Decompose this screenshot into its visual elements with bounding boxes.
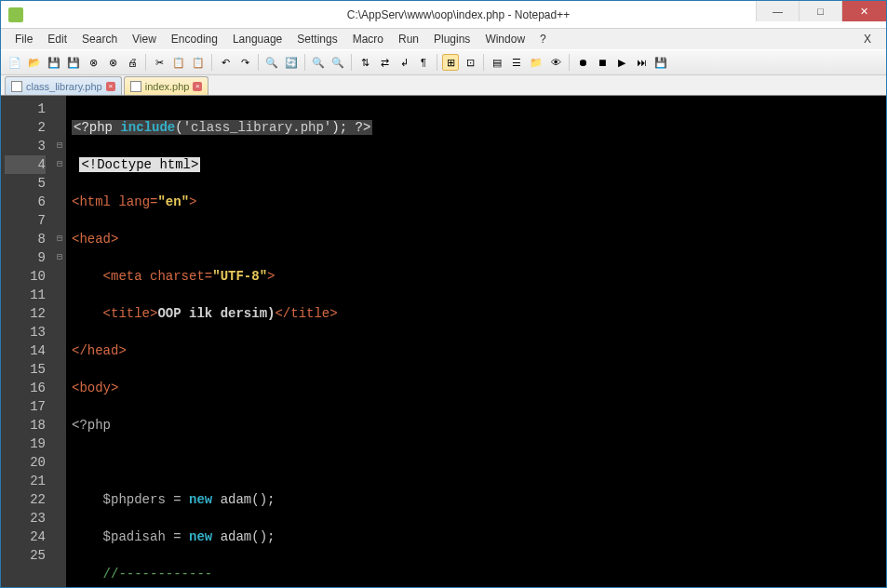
titlebar[interactable]: C:\AppServ\www\oop\index.php - Notepad++… xyxy=(1,1,886,29)
close-file-icon[interactable]: ⊗ xyxy=(85,54,101,71)
code-line: <body> xyxy=(72,379,886,397)
line-number: 15 xyxy=(5,360,46,379)
menu-view[interactable]: View xyxy=(126,31,163,47)
line-number: 3 xyxy=(5,137,46,155)
fold-icon[interactable]: ⊟ xyxy=(53,248,66,267)
play-multi-icon[interactable]: ⏭ xyxy=(633,54,650,71)
tab-close-icon[interactable]: × xyxy=(106,82,115,91)
line-number: 23 xyxy=(5,509,46,528)
open-file-icon[interactable]: 📂 xyxy=(26,54,43,71)
code-line: </head> xyxy=(72,341,886,360)
tabbar: class_library.php × index.php × xyxy=(1,75,886,96)
zoom-out-icon[interactable]: 🔍 xyxy=(329,54,346,71)
line-number: 10 xyxy=(5,267,46,286)
toolbar-separator xyxy=(351,54,352,71)
show-chars-icon[interactable]: ¶ xyxy=(415,54,432,71)
menubar: File Edit Search View Encoding Language … xyxy=(1,29,886,49)
indent-guide-icon[interactable]: ⊞ xyxy=(442,54,459,71)
line-number: 21 xyxy=(5,472,46,490)
window-controls: — □ ✕ xyxy=(756,1,886,21)
code-area[interactable]: <?php include('class_library.php'); ?> <… xyxy=(66,96,886,587)
save-icon[interactable]: 💾 xyxy=(46,54,62,71)
redo-icon[interactable]: ↷ xyxy=(236,54,253,71)
code-line: <head> xyxy=(72,230,886,248)
code-line: <?php include('class_library.php'); ?> xyxy=(72,118,886,137)
code-line: <title>OOP ilk dersim)</title> xyxy=(72,304,886,323)
menu-encoding[interactable]: Encoding xyxy=(165,31,224,47)
find-icon[interactable]: 🔍 xyxy=(263,54,280,71)
line-number: 18 xyxy=(5,416,46,434)
menu-macro[interactable]: Macro xyxy=(346,31,390,47)
fold-icon[interactable]: ⊟ xyxy=(53,230,66,248)
wrap-icon[interactable]: ↲ xyxy=(396,54,412,71)
line-number: 6 xyxy=(5,193,46,211)
record-icon[interactable]: ⏺ xyxy=(574,54,591,71)
app-window: C:\AppServ\www\oop\index.php - Notepad++… xyxy=(0,0,887,588)
menu-window[interactable]: Window xyxy=(478,31,531,47)
line-number: 19 xyxy=(5,434,46,453)
app-icon xyxy=(8,7,23,22)
line-number: 11 xyxy=(5,286,46,304)
line-number: 5 xyxy=(5,174,46,193)
menu-search[interactable]: Search xyxy=(75,31,124,47)
paste-icon[interactable]: 📋 xyxy=(190,54,207,71)
sync-h-icon[interactable]: ⇄ xyxy=(376,54,393,71)
user-lang-icon[interactable]: ⊡ xyxy=(462,54,478,71)
line-number: 24 xyxy=(5,528,46,546)
save-macro-icon[interactable]: 💾 xyxy=(652,54,669,71)
editor[interactable]: 1 2 3 4 5 6 7 8 9 10 11 12 13 14 15 16 1… xyxy=(1,96,886,587)
code-line: $phpders = new adam(); xyxy=(72,490,886,509)
tab-label: class_library.php xyxy=(26,81,102,92)
replace-icon[interactable]: 🔄 xyxy=(283,54,300,71)
menu-file[interactable]: File xyxy=(8,31,39,47)
tab-index[interactable]: index.php × xyxy=(124,76,209,95)
menu-plugins[interactable]: Plugins xyxy=(427,31,477,47)
line-number: 2 xyxy=(5,118,46,137)
menu-edit[interactable]: Edit xyxy=(41,31,74,47)
toolbar-separator xyxy=(211,54,212,71)
line-gutter: 1 2 3 4 5 6 7 8 9 10 11 12 13 14 15 16 1… xyxy=(1,96,53,587)
toolbar-separator xyxy=(483,54,484,71)
document-icon xyxy=(11,81,22,92)
play-icon[interactable]: ▶ xyxy=(613,54,630,71)
copy-icon[interactable]: 📋 xyxy=(170,54,187,71)
fold-icon[interactable]: ⊟ xyxy=(53,155,66,174)
tab-class-library[interactable]: class_library.php × xyxy=(5,76,122,95)
cut-icon[interactable]: ✂ xyxy=(151,54,168,71)
save-all-icon[interactable]: 💾 xyxy=(65,54,82,71)
doc-map-icon[interactable]: ▤ xyxy=(489,54,505,71)
tab-label: index.php xyxy=(145,81,190,92)
toolbar-separator xyxy=(569,54,570,71)
undo-icon[interactable]: ↶ xyxy=(217,54,234,71)
folder-icon[interactable]: 📁 xyxy=(528,54,544,71)
line-number: 13 xyxy=(5,323,46,341)
close-button[interactable]: ✕ xyxy=(841,1,886,21)
tab-close-icon[interactable]: × xyxy=(193,82,202,91)
menu-settings[interactable]: Settings xyxy=(290,31,343,47)
menu-help[interactable]: ? xyxy=(533,31,553,47)
code-line: <meta charset="UTF-8"> xyxy=(72,267,886,286)
menu-x[interactable]: X xyxy=(857,31,879,47)
toolbar-separator xyxy=(304,54,305,71)
print-icon[interactable]: 🖨 xyxy=(124,54,141,71)
toolbar: 📄 📂 💾 💾 ⊗ ⊗ 🖨 ✂ 📋 📋 ↶ ↷ 🔍 🔄 🔍 🔍 ⇅ ⇄ ↲ ¶ … xyxy=(1,49,886,75)
maximize-button[interactable]: □ xyxy=(799,1,841,21)
code-line: <html lang="en"> xyxy=(72,193,886,211)
stop-icon[interactable]: ⏹ xyxy=(594,54,611,71)
func-list-icon[interactable]: ☰ xyxy=(508,54,525,71)
toolbar-separator xyxy=(258,54,259,71)
minimize-button[interactable]: — xyxy=(756,1,799,21)
line-number: 1 xyxy=(5,100,46,118)
zoom-in-icon[interactable]: 🔍 xyxy=(310,54,327,71)
sync-v-icon[interactable]: ⇅ xyxy=(356,54,373,71)
new-file-icon[interactable]: 📄 xyxy=(7,54,23,71)
close-all-icon[interactable]: ⊗ xyxy=(104,54,121,71)
monitor-icon[interactable]: 👁 xyxy=(547,54,564,71)
code-line: <?php xyxy=(72,416,886,434)
line-number: 16 xyxy=(5,379,46,397)
line-number: 20 xyxy=(5,453,46,472)
menu-run[interactable]: Run xyxy=(392,31,425,47)
fold-icon[interactable]: ⊟ xyxy=(53,137,66,155)
line-number: 14 xyxy=(5,341,46,360)
menu-language[interactable]: Language xyxy=(226,31,289,47)
